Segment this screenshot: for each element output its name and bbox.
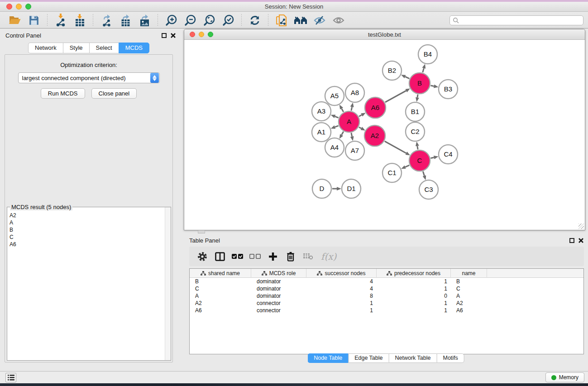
import-table-icon[interactable] xyxy=(72,14,87,27)
node-C1[interactable]: C1 xyxy=(382,163,402,182)
edge-C-C4[interactable] xyxy=(430,157,434,158)
close-panel-button[interactable]: Close panel xyxy=(91,88,137,99)
node-A2[interactable]: A2 xyxy=(364,125,385,146)
result-scrollbar[interactable] xyxy=(165,207,171,360)
export-network-icon[interactable] xyxy=(99,14,114,27)
open-session-icon[interactable] xyxy=(7,14,23,27)
delete-table-icon[interactable] xyxy=(302,251,314,262)
zoom-fit-icon[interactable] xyxy=(201,14,217,27)
float-table-panel-icon[interactable] xyxy=(569,238,574,243)
node-C3[interactable]: C3 xyxy=(419,180,438,199)
close-panel-icon[interactable] xyxy=(170,33,176,38)
node-A[interactable]: A xyxy=(339,111,359,132)
column-header-shared-name[interactable]: shared name xyxy=(190,269,251,278)
trash-icon[interactable] xyxy=(285,251,296,262)
column-header-predecessor-nodes[interactable]: predecessor nodes xyxy=(377,269,451,278)
close-table-panel-icon[interactable] xyxy=(578,238,584,243)
network-window-titlebar[interactable]: testGlobe.txt xyxy=(184,29,585,40)
edge-A-A8[interactable] xyxy=(351,107,352,110)
result-item[interactable]: A xyxy=(10,219,164,226)
window-resize-grip[interactable] xyxy=(578,224,584,229)
edge-A-A1[interactable] xyxy=(335,126,339,127)
function-builder-icon[interactable]: f(x) xyxy=(321,251,336,262)
network-graph[interactable]: B4B2BB3A8A5A6A3B1AA1C2A2A4A7C4CC1C3DD1 xyxy=(184,40,585,230)
edge-A-A2[interactable] xyxy=(359,127,361,129)
edge-A-A3[interactable] xyxy=(335,116,339,118)
node-C2[interactable]: C2 xyxy=(406,122,425,141)
node-C4[interactable]: C4 xyxy=(439,145,458,164)
zoom-in-icon[interactable] xyxy=(163,14,179,27)
edge-A6-B[interactable] xyxy=(385,91,406,102)
tab-style[interactable]: Style xyxy=(63,43,89,53)
node-D1[interactable]: D1 xyxy=(342,179,361,198)
zoom-selected-icon[interactable] xyxy=(220,14,236,27)
column-header-name[interactable]: name xyxy=(451,269,487,278)
refresh-icon[interactable] xyxy=(247,14,263,27)
export-image-icon[interactable] xyxy=(137,14,152,27)
deselect-all-checkboxes-icon[interactable] xyxy=(249,251,261,262)
node-B4[interactable]: B4 xyxy=(418,45,437,64)
column-header-MCDS-role[interactable]: MCDS role xyxy=(251,269,306,278)
edge-C-C3[interactable] xyxy=(423,172,424,176)
network-canvas[interactable]: B4B2BB3A8A5A6A3B1AA1C2A2A4A7C4CC1C3DD1 xyxy=(184,40,585,230)
node-A1[interactable]: A1 xyxy=(312,123,331,142)
optimization-criterion-select[interactable]: largest connected component (directed) xyxy=(18,72,160,83)
gear-icon[interactable] xyxy=(196,251,208,262)
split-pane-handle[interactable] xyxy=(198,230,205,234)
node-A8[interactable]: A8 xyxy=(345,83,364,102)
table-row[interactable]: Cdominator41C xyxy=(190,285,583,292)
edge-B-B4[interactable] xyxy=(423,68,424,72)
edge-B-B1[interactable] xyxy=(417,95,418,98)
float-panel-icon[interactable] xyxy=(162,33,167,38)
add-icon[interactable] xyxy=(267,251,279,262)
tab-edge-table[interactable]: Edge Table xyxy=(348,353,388,363)
edge-A-A6[interactable] xyxy=(359,115,362,116)
edge-A-A7[interactable] xyxy=(351,133,352,136)
export-table-icon[interactable] xyxy=(118,14,133,27)
edge-C-C2[interactable] xyxy=(417,146,418,150)
import-network-icon[interactable] xyxy=(53,14,68,27)
tab-mcds[interactable]: MCDS xyxy=(119,43,149,53)
node-B1[interactable]: B1 xyxy=(406,102,425,121)
node-B2[interactable]: B2 xyxy=(382,61,402,80)
save-session-icon[interactable] xyxy=(26,14,42,27)
node-A5[interactable]: A5 xyxy=(325,86,344,105)
table-row[interactable]: Bdominator41B xyxy=(190,278,583,285)
table-row[interactable]: A6connector11A6 xyxy=(190,307,583,314)
node-A4[interactable]: A4 xyxy=(325,138,344,157)
result-item[interactable]: C xyxy=(10,234,164,241)
node-A3[interactable]: A3 xyxy=(312,102,331,121)
mcds-result-list[interactable]: A2ABCA6 xyxy=(8,210,164,360)
show-all-eye-icon[interactable] xyxy=(331,14,346,27)
tab-select[interactable]: Select xyxy=(89,43,119,53)
result-item[interactable]: A2 xyxy=(10,212,164,219)
memory-button[interactable]: Memory xyxy=(545,372,584,382)
zoom-out-icon[interactable] xyxy=(182,14,198,27)
node-C[interactable]: C xyxy=(409,150,430,171)
search-field[interactable] xyxy=(449,15,583,25)
column-header-successor-nodes[interactable]: successor nodes xyxy=(306,269,377,278)
search-input[interactable] xyxy=(459,17,583,24)
edge-A2-C[interactable] xyxy=(385,141,406,153)
edge-C-C1[interactable] xyxy=(405,165,409,167)
node-A6[interactable]: A6 xyxy=(365,97,386,118)
table-row[interactable]: Adominator80A xyxy=(190,292,583,300)
node-table[interactable]: shared nameMCDS rolesuccessor nodesprede… xyxy=(189,268,584,354)
result-item[interactable]: A6 xyxy=(10,241,164,248)
task-history-button[interactable] xyxy=(5,373,16,382)
double-home-icon[interactable] xyxy=(293,14,308,27)
table-row[interactable]: A2connector11A2 xyxy=(190,300,583,307)
node-D[interactable]: D xyxy=(312,179,331,198)
run-mcds-button[interactable]: Run MCDS xyxy=(41,88,85,99)
tab-node-table[interactable]: Node Table xyxy=(307,353,348,363)
node-A7[interactable]: A7 xyxy=(345,141,364,160)
column-layout-icon[interactable] xyxy=(214,251,226,262)
edge-A-A5[interactable] xyxy=(342,109,344,112)
node-B3[interactable]: B3 xyxy=(439,80,458,99)
edge-A-A4[interactable] xyxy=(342,132,344,135)
edge-B-B3[interactable] xyxy=(430,86,434,86)
tab-network[interactable]: Network xyxy=(28,43,63,53)
new-network-from-selection-icon[interactable] xyxy=(274,14,289,27)
result-item[interactable]: B xyxy=(10,226,164,234)
select-all-checkboxes-icon[interactable] xyxy=(232,251,244,262)
